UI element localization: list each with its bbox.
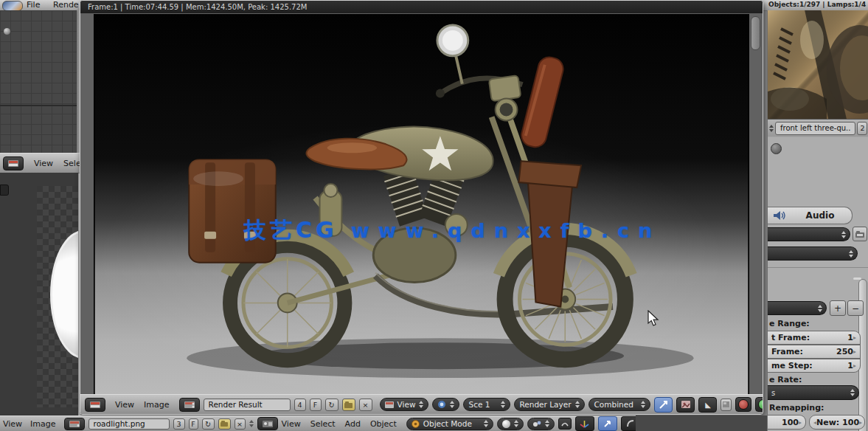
view-mode-dropdown[interactable]: View [380, 398, 429, 411]
camera-name-field[interactable]: front left three-qu.. [775, 122, 855, 135]
vp-menu-view[interactable]: View [282, 419, 301, 429]
add-preset-button[interactable]: + [830, 300, 846, 316]
next-icon[interactable]: ▸ [853, 348, 856, 355]
manipulator-axes-button[interactable] [575, 416, 594, 431]
camera-users-button[interactable]: 2 [857, 122, 867, 135]
header-empty-region [636, 416, 767, 431]
unlink-button[interactable]: × [359, 399, 372, 411]
next-icon[interactable]: ▸ [799, 419, 802, 426]
vp-menu-add[interactable]: Add [345, 419, 361, 429]
image-paint-toggle[interactable] [676, 397, 695, 413]
draw-mode-toggle[interactable] [654, 397, 673, 413]
fake-user-button[interactable]: F [310, 399, 322, 411]
stepper-icon[interactable] [841, 231, 846, 238]
panel-divider [768, 267, 868, 268]
render-window[interactable]: Frame:1 | Time:07:44.59 | Mem:1424.50M, … [80, 0, 763, 415]
stepper-icon[interactable] [514, 420, 518, 427]
prev-icon[interactable]: ◂ [813, 419, 816, 426]
image-datablock-name[interactable]: roadlight.png [88, 418, 170, 430]
remap-old-value: 100 [771, 418, 799, 427]
panel-tab-icon[interactable] [0, 185, 9, 196]
vp-menu-object[interactable]: Object [370, 419, 397, 429]
snap-button[interactable] [558, 418, 572, 430]
users-count-button[interactable]: 4 [294, 399, 306, 411]
save-image-button[interactable] [342, 399, 355, 411]
frame-step-value: 1 [847, 361, 853, 370]
remove-preset-button[interactable]: − [847, 300, 864, 316]
vp-menu-select[interactable]: Select [310, 419, 336, 429]
mode-dd-label: Object Mode [423, 419, 480, 428]
stepper-icon[interactable] [484, 420, 488, 427]
stepper-icon[interactable] [769, 125, 774, 132]
alpha-display-toggle[interactable]: ◣ [698, 397, 717, 413]
stepper-icon[interactable] [501, 401, 505, 408]
mode-dropdown[interactable]: Object Mode [406, 418, 493, 430]
stepper-icon[interactable] [850, 389, 855, 396]
device-dropdown[interactable] [768, 246, 858, 261]
file-browse-button[interactable] [853, 227, 867, 241]
refresh-button[interactable]: ↻ [325, 399, 338, 411]
scene-dropdown[interactable]: Sce 1 [463, 398, 510, 411]
remap-old-field[interactable]: 100 ▸ [768, 415, 806, 430]
bb-menu-image[interactable]: Image [30, 419, 55, 429]
refresh-button[interactable]: ↻ [202, 418, 215, 430]
watermark-url: www.qdnxxfb.cn [351, 219, 662, 242]
fake-user-button[interactable]: F [189, 418, 198, 430]
remap-new-field[interactable]: ◂ New: 100 ▸ [809, 415, 865, 430]
shading-dropdown[interactable] [497, 418, 524, 430]
uv-menu-view[interactable]: View [34, 159, 53, 168]
stepper-icon[interactable] [575, 401, 580, 408]
stepper-icon[interactable] [641, 401, 645, 408]
menu-file[interactable]: File [27, 0, 40, 10]
end-frame-label: Frame: [771, 347, 803, 356]
green-channel-button[interactable] [755, 397, 763, 412]
pivot-dropdown[interactable] [527, 418, 555, 430]
stepper-icon[interactable] [249, 420, 254, 427]
render-slot-dropdown[interactable] [432, 398, 459, 411]
zbuffer-toggle[interactable] [721, 399, 732, 411]
stepper-icon[interactable] [818, 305, 822, 312]
stepper-icon[interactable] [450, 401, 454, 408]
render-result-image [94, 14, 749, 395]
rw-menu-image[interactable]: Image [144, 400, 169, 410]
viewport-editor-type-icon[interactable] [257, 417, 278, 430]
browse-image-icon[interactable] [64, 418, 85, 430]
uv-editor-canvas[interactable] [0, 173, 78, 416]
translate-manipulator-button[interactable] [598, 416, 617, 431]
render-pass-dropdown[interactable]: Combined [588, 398, 650, 411]
render-status-bar: Frame:1 | Time:07:44.59 | Mem:1424.50M, … [80, 1, 763, 13]
left-viewport[interactable] [0, 10, 78, 153]
bb-menu-view[interactable]: View [3, 419, 22, 429]
display-dropdown[interactable] [768, 227, 850, 241]
browse-image-icon[interactable] [179, 398, 200, 412]
render-presets-dropdown[interactable] [768, 301, 827, 315]
stepper-icon[interactable] [545, 420, 549, 427]
frame-rate-dropdown[interactable]: s [768, 385, 859, 400]
start-frame-field[interactable]: t Frame: 1 ▸ [768, 331, 861, 345]
next-icon[interactable]: ▸ [859, 419, 862, 426]
next-icon[interactable]: ▸ [853, 362, 856, 369]
frame-step-label: me Step: [771, 361, 813, 370]
save-image-button[interactable] [218, 418, 231, 430]
scene-dd-label: Sce 1 [468, 400, 497, 409]
end-frame-field[interactable]: Frame: 250 ▸ [768, 345, 861, 359]
stepper-icon[interactable] [849, 250, 853, 258]
rw-menu-view[interactable]: View [115, 400, 134, 410]
frame-step-field[interactable]: me Step: 1 ▸ [768, 359, 861, 373]
properties-panel: front left three-qu.. 2 Audio [767, 10, 868, 431]
menu-render[interactable]: Rende [53, 0, 79, 10]
stepper-icon[interactable] [419, 401, 423, 408]
next-icon[interactable]: ▸ [853, 334, 856, 341]
image-datablock-name[interactable]: Render Result [204, 399, 291, 411]
unlink-button[interactable]: × [235, 418, 246, 430]
start-frame-value: 1 [847, 333, 853, 342]
audio-button[interactable]: Audio [768, 207, 853, 224]
reference-photo [768, 10, 868, 120]
users-count-button[interactable]: 3 [173, 418, 185, 430]
image-editor-type-icon[interactable] [85, 398, 105, 412]
render-scrollbar[interactable] [751, 16, 760, 50]
render-layer-dropdown[interactable]: Render Layer [514, 398, 585, 411]
image-editor-type-icon[interactable] [3, 156, 24, 170]
red-channel-button[interactable] [735, 397, 751, 412]
frame-rate-value: s [771, 389, 775, 397]
